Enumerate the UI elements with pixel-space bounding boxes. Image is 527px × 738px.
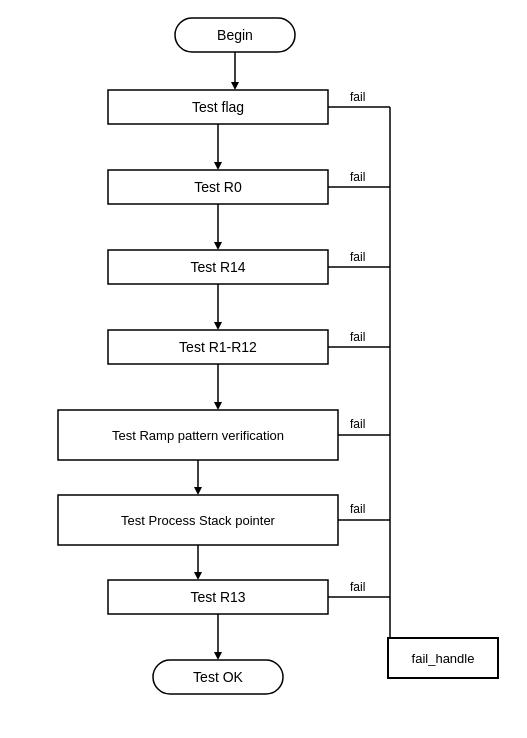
svg-marker-2: [231, 82, 239, 90]
test-r13-label: Test R13: [190, 589, 245, 605]
test-r14-label: Test R14: [190, 259, 245, 275]
svg-marker-20: [194, 572, 202, 580]
fail-handle-label: fail_handle: [412, 651, 475, 666]
svg-marker-14: [214, 402, 222, 410]
svg-marker-5: [214, 162, 222, 170]
svg-marker-11: [214, 322, 222, 330]
begin-label: Begin: [217, 27, 253, 43]
test-r1r12-label: Test R1-R12: [179, 339, 257, 355]
test-flag-label: Test flag: [192, 99, 244, 115]
diagram: Begin Test flag Test R0 Test R14 Test R1…: [0, 0, 527, 738]
test-r0-label: Test R0: [194, 179, 242, 195]
test-psp-label: Test Process Stack pointer: [121, 513, 276, 528]
fail-label-flag: fail: [350, 90, 365, 104]
svg-marker-23: [214, 652, 222, 660]
fail-label-r13: fail: [350, 580, 365, 594]
test-ramp-label: Test Ramp pattern verification: [112, 428, 284, 443]
fail-label-psp: fail: [350, 502, 365, 516]
fail-label-r14: fail: [350, 250, 365, 264]
svg-marker-17: [194, 487, 202, 495]
fail-label-r1r12: fail: [350, 330, 365, 344]
flowchart: Begin Test flag Test R0 Test R14 Test R1…: [0, 0, 527, 738]
fail-label-r0: fail: [350, 170, 365, 184]
test-ok-label: Test OK: [193, 669, 243, 685]
fail-label-ramp: fail: [350, 417, 365, 431]
svg-marker-8: [214, 242, 222, 250]
